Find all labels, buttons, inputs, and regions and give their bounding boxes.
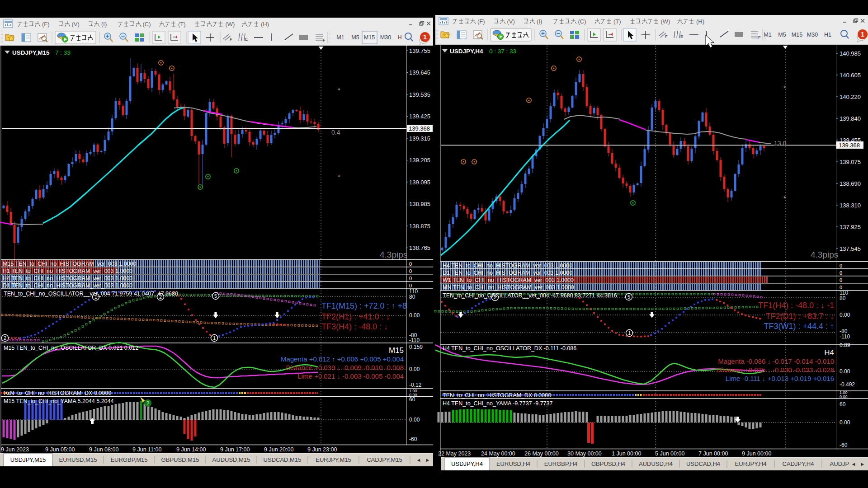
svg-text:60: 60 <box>840 401 846 408</box>
svg-text:0 : 37 : 33: 0 : 37 : 33 <box>489 48 516 55</box>
svg-text:(I): (I) <box>101 21 107 28</box>
svg-text:H1: H1 <box>824 32 831 38</box>
svg-text:0: 0 <box>409 268 412 274</box>
svg-text:D1 TEN_to_CHI_no_HISTOGRAM_ver: D1 TEN_to_CHI_no_HISTOGRAM_ver_003 1.000… <box>3 282 132 289</box>
svg-text:M15: M15 <box>792 32 802 38</box>
svg-text:M15 TEN_to_CHI_no_OSCILLATOR_D: M15 TEN_to_CHI_no_OSCILLATOR_DX 0.021 0.… <box>4 345 138 351</box>
svg-text:F: F <box>323 38 326 42</box>
svg-text:139.095: 139.095 <box>409 179 430 186</box>
svg-text:138.690: 138.690 <box>840 180 861 187</box>
svg-text:GBPUSD,M15: GBPUSD,M15 <box>161 456 199 463</box>
svg-text:-0.12: -0.12 <box>409 382 422 388</box>
svg-text:M1: M1 <box>336 34 344 41</box>
svg-text:(F): (F) <box>42 21 50 28</box>
svg-text:M15 TEN_to_CHI_no_YAMA 5.204: M15 TEN_to_CHI_no_YAMA 5.2044 5.2044 <box>4 398 113 404</box>
svg-text:M5: M5 <box>778 32 786 38</box>
svg-text:0: 0 <box>840 263 842 268</box>
svg-text:9 Jun 08:00: 9 Jun 08:00 <box>89 446 118 453</box>
svg-text:140.220: 140.220 <box>840 94 861 100</box>
svg-text:*: * <box>783 194 786 202</box>
svg-text:80: 80 <box>840 295 846 301</box>
svg-text:0.00: 0.00 <box>840 312 850 318</box>
svg-text:F: F <box>230 37 232 42</box>
svg-text:TF3(W1) : +44.4 : ↑: TF3(W1) : +44.4 : ↑ <box>764 322 834 331</box>
svg-text:USDJPY,M15: USDJPY,M15 <box>10 456 46 463</box>
svg-text:TF3(H4) : -48.0 : ↓: TF3(H4) : -48.0 : ↓ <box>321 322 388 331</box>
svg-text:(T): (T) <box>613 18 621 25</box>
svg-text:0.4: 0.4 <box>331 129 340 136</box>
svg-text:1 Jun 00:00: 1 Jun 00:00 <box>612 450 641 457</box>
svg-text:0.00: 0.00 <box>409 417 420 423</box>
svg-text:AUDUSD,H4: AUDUSD,H4 <box>639 460 673 467</box>
svg-text:Distance +0.039 ↓ -0.009 -0.0: Distance +0.039 ↓ -0.009 -0.010 -0.008 <box>286 364 404 371</box>
svg-text:9 Jun 00:00: 9 Jun 00:00 <box>742 450 771 457</box>
svg-text:0: 0 <box>840 277 842 283</box>
svg-text:138.765: 138.765 <box>409 244 430 251</box>
svg-text:7 Jun 00:00: 7 Jun 00:00 <box>698 450 728 457</box>
svg-text:139.205: 139.205 <box>409 157 430 164</box>
svg-text:F: F <box>758 35 761 40</box>
svg-text:E: E <box>680 34 683 39</box>
svg-text:9 Jun 20:00: 9 Jun 20:00 <box>264 446 293 453</box>
svg-text:7 : 33: 7 : 33 <box>55 49 71 56</box>
svg-text:0.00: 0.00 <box>409 366 420 372</box>
svg-text:139.535: 139.535 <box>409 91 430 98</box>
svg-text:9 Jun 14:00: 9 Jun 14:00 <box>176 446 206 453</box>
svg-text:0: 0 <box>840 270 842 276</box>
svg-text:137.925: 137.925 <box>840 224 861 230</box>
svg-text:H4 TEN_to_CHI_no_YAMA -9.773: H4 TEN_to_CHI_no_YAMA -9.7737 -9.7737 <box>443 400 552 407</box>
svg-text:EURJPY,M15: EURJPY,M15 <box>316 456 351 463</box>
svg-text:9 Jun 11:00: 9 Jun 11:00 <box>132 446 161 453</box>
svg-text:(T): (T) <box>178 21 186 28</box>
svg-text:H4: H4 <box>824 348 834 357</box>
svg-text:0.00: 0.00 <box>409 312 420 319</box>
svg-text:EURUSD,M15: EURUSD,M15 <box>59 456 97 463</box>
svg-text:M30: M30 <box>380 34 391 41</box>
svg-text:(C): (C) <box>578 18 586 25</box>
svg-text:GBPUSD,H4: GBPUSD,H4 <box>591 460 625 467</box>
svg-text:(C): (C) <box>143 21 151 28</box>
svg-text:Magenta -0.086 ↓ -0.017 -0.01: Magenta -0.086 ↓ -0.017 -0.014 -0.010 <box>718 357 834 365</box>
svg-text:-110: -110 <box>409 337 420 343</box>
svg-text:MN TEN_to_CHI_no_HISTOGRAM_ver: MN TEN_to_CHI_no_HISTOGRAM_ver_003 1.000… <box>443 284 574 291</box>
svg-text:(V): (V) <box>507 18 515 25</box>
svg-text:1: 1 <box>213 335 216 341</box>
svg-text:TF1(H4) : -48.0 : ↓ -1: TF1(H4) : -48.0 : ↓ -1 <box>758 301 834 310</box>
svg-text:(W): (W) <box>226 21 235 28</box>
svg-text:139.075: 139.075 <box>840 159 861 165</box>
svg-text:-60: -60 <box>840 442 848 448</box>
svg-text:26 May 00:00: 26 May 00:00 <box>524 450 559 457</box>
svg-text:13.0: 13.0 <box>774 140 786 147</box>
svg-text:0.00: 0.00 <box>840 419 850 426</box>
svg-text:Lime +0.021 ↓ -0.003 -0.005 -: Lime +0.021 ↓ -0.003 -0.005 -0.004 <box>297 372 404 380</box>
svg-text:►: ► <box>860 461 865 467</box>
svg-text:(H): (H) <box>696 18 704 25</box>
svg-text:*: * <box>338 173 340 181</box>
svg-text:139.645: 139.645 <box>409 69 430 76</box>
svg-text:H4 TEN_to_CHI_no_HISTOGRAM_ver: H4 TEN_to_CHI_no_HISTOGRAM_ver_003 1.000… <box>443 263 572 269</box>
svg-text:H: H <box>397 34 401 41</box>
svg-text:22 May 2023: 22 May 2023 <box>438 450 471 457</box>
svg-text:M15: M15 <box>364 34 375 41</box>
svg-text:9 Jun 2023: 9 Jun 2023 <box>1 446 29 453</box>
svg-text:(V): (V) <box>72 21 80 28</box>
svg-text:-60: -60 <box>409 436 417 442</box>
svg-text:USDCAD,H4: USDCAD,H4 <box>686 460 720 467</box>
svg-text:1: 1 <box>861 30 864 38</box>
svg-text:1: 1 <box>423 33 427 41</box>
svg-text:(H): (H) <box>261 21 269 28</box>
svg-text:TEN_to_CHI_no_HISTOGRAM_DX 0.0: TEN_to_CHI_no_HISTOGRAM_DX 0.0000 <box>443 392 551 399</box>
svg-text:CADJPY,H4: CADJPY,H4 <box>783 460 814 467</box>
svg-text:USDJPY,H4: USDJPY,H4 <box>450 48 483 55</box>
svg-text:9 Jun 23:00: 9 Jun 23:00 <box>307 446 337 453</box>
svg-text:(W): (W) <box>661 18 670 25</box>
svg-text:30 May 00:00: 30 May 00:00 <box>567 450 602 457</box>
svg-text:139.840: 139.840 <box>840 115 861 122</box>
svg-text:H4 TEN_to_CHI_no_HISTOGRAM_ver: H4 TEN_to_CHI_no_HISTOGRAM_ver_003 1.000… <box>3 275 132 282</box>
svg-text:138.875: 138.875 <box>409 223 430 230</box>
svg-text:M5: M5 <box>351 34 359 41</box>
svg-text:138.985: 138.985 <box>409 201 430 207</box>
svg-text:140.605: 140.605 <box>840 72 861 79</box>
svg-text:H4 TEN_to_CHI_no_OSCILLATOR_DX: H4 TEN_to_CHI_no_OSCILLATOR_DX -0.111 -0… <box>443 345 576 352</box>
svg-text:M15: M15 <box>389 346 404 355</box>
